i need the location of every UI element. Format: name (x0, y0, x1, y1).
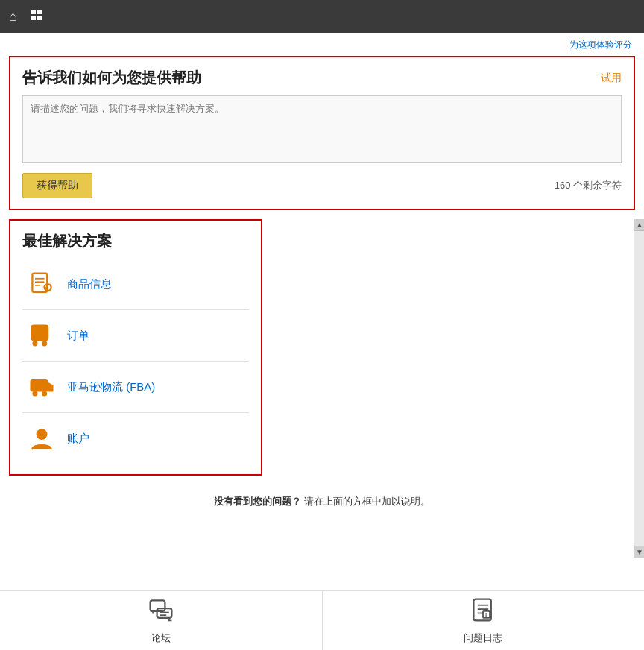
scrollbar-track: ▲ ▼ (634, 219, 644, 558)
solution-item-order[interactable]: 订单 (22, 310, 249, 362)
svg-rect-10 (34, 328, 45, 335)
char-count: 160 个剩余字符 (555, 179, 622, 192)
home-icon[interactable]: ⌂ (9, 9, 17, 25)
scrollbar-up-button[interactable]: ▲ (634, 219, 644, 231)
get-help-button[interactable]: 获得帮助 (22, 173, 92, 198)
svg-point-19 (42, 391, 46, 395)
separator-icon (29, 7, 44, 26)
help-title: 告诉我们如何为您提供帮助 (22, 68, 201, 88)
scrollbar-down-button[interactable]: ▼ (634, 546, 644, 558)
no-question: 没有看到您的问题？ 请在上面的方框中加以说明。 (0, 485, 644, 514)
help-header: 告诉我们如何为您提供帮助 试用 (22, 68, 622, 88)
solutions-content: 最佳解决方案 商品信息 (0, 219, 644, 590)
svg-text:!: ! (485, 612, 487, 619)
solutions-title: 最佳解决方案 (22, 231, 249, 251)
solution-item-account[interactable]: 账户 (22, 413, 249, 464)
bottom-footer: 论坛 ! 问题日志 (0, 590, 644, 650)
top-nav-bar: ⌂ (0, 0, 644, 33)
rating-link-bar: 为这项体验评分 (0, 33, 644, 53)
svg-rect-1 (37, 10, 42, 14)
order-icon (25, 319, 58, 352)
footer-item-issue-log[interactable]: ! 问题日志 (323, 591, 645, 650)
svg-rect-0 (31, 10, 36, 14)
issue-log-icon: ! (470, 596, 496, 628)
trial-link[interactable]: 试用 (601, 72, 622, 85)
main-content: 为这项体验评分 告诉我们如何为您提供帮助 试用 获得帮助 160 个剩余字符 最… (0, 33, 644, 590)
svg-point-12 (33, 341, 37, 345)
footer-label-forum: 论坛 (151, 631, 171, 645)
solution-label-account[interactable]: 账户 (67, 432, 89, 446)
svg-point-18 (33, 391, 37, 395)
help-section: 告诉我们如何为您提供帮助 试用 获得帮助 160 个剩余字符 (9, 56, 635, 210)
footer-label-issue-log: 问题日志 (464, 631, 502, 645)
solution-label-product[interactable]: 商品信息 (67, 277, 112, 291)
solution-label-order[interactable]: 订单 (67, 329, 89, 343)
svg-point-20 (37, 429, 47, 439)
forum-icon (148, 596, 174, 628)
solution-label-fba[interactable]: 亚马逊物流 (FBA) (67, 380, 155, 394)
solutions-area: 最佳解决方案 商品信息 (0, 219, 644, 590)
solution-item-product[interactable]: 商品信息 (22, 259, 249, 310)
svg-point-13 (42, 341, 46, 345)
account-icon (25, 422, 58, 455)
fba-icon (25, 370, 58, 403)
solutions-section: 最佳解决方案 商品信息 (9, 219, 262, 476)
help-textarea[interactable] (22, 95, 622, 162)
svg-rect-2 (31, 16, 36, 20)
svg-rect-3 (37, 16, 42, 20)
product-icon (25, 268, 58, 300)
help-footer: 获得帮助 160 个剩余字符 (22, 173, 622, 198)
rating-link[interactable]: 为这项体验评分 (569, 40, 632, 50)
solution-item-fba[interactable]: 亚马逊物流 (FBA) (22, 362, 249, 413)
footer-item-forum[interactable]: 论坛 (0, 591, 323, 650)
no-question-bold: 没有看到您的问题？ (214, 496, 301, 507)
no-question-rest: 请在上面的方框中加以说明。 (304, 496, 430, 507)
